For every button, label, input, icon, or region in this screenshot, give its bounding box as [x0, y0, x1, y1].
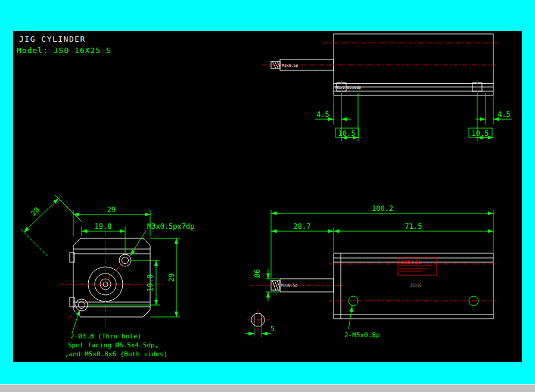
side-view-centerlines	[247, 264, 498, 331]
dim-height-right: 29	[167, 273, 176, 282]
page-title: JIG CYLINDER	[19, 35, 86, 43]
part-number-label: JSO16	[410, 283, 422, 288]
bottom-bar	[0, 384, 535, 392]
dim-hole-spacing-right: 19.8	[146, 275, 154, 292]
spot-facing-note-2: ,and M5x0.8x6 (Both sides)	[65, 350, 167, 358]
dim-left-offset: 4.5	[316, 110, 329, 119]
front-view-dimensions: 29 19.8 28 19.8 29	[20, 195, 194, 358]
dim-body: 71.5	[405, 222, 422, 231]
model-label: Model: JSO 16X25-S	[17, 46, 111, 55]
dim-width-top: 29	[107, 206, 116, 214]
mounting-note: 2-M5x0.8p	[344, 331, 380, 339]
dim-across-corners: 28	[29, 206, 41, 217]
brand-label: CHELIC	[398, 257, 437, 275]
drawing-viewport[interactable]: JIG CYLINDER Model: JSO 16X25-S	[13, 31, 522, 362]
top-view-dimensions: 4.5 10.5 4.5 10.5	[315, 93, 512, 141]
brand-name: CHELIC	[400, 259, 422, 265]
dim-hole-spacing-top: 19.8	[95, 222, 112, 231]
spot-facing-note-1: Spot facing Ø6.5x4.5dp,	[68, 341, 158, 349]
dim-right-offset: 4.5	[497, 110, 511, 119]
side-rod-thread-label: M3x0.5p	[281, 283, 297, 288]
cad-window: JIG CYLINDER Model: JSO 16X25-S	[0, 0, 535, 392]
dim-overall: 100.2	[372, 204, 393, 213]
thread-note: M3x0.5px7dp	[147, 222, 194, 231]
rod-thread-label: M3x0.5p	[282, 63, 298, 68]
top-view-centerlines	[262, 43, 497, 94]
rod-diameter-label: Ø6	[253, 269, 262, 278]
dim-left-spacing: 10.5	[338, 129, 356, 138]
dim-right-spacing: 10.5	[472, 129, 489, 138]
screw-note-label: M5x0.8px6dp	[335, 85, 361, 90]
dim-rod-section: 28.7	[294, 222, 311, 231]
thru-hole-note: 2-Ø3.8 (Thru-hole)	[70, 332, 141, 340]
across-flats-label: 5	[270, 325, 275, 333]
side-view-outline	[271, 253, 493, 319]
cad-drawing: JIG CYLINDER Model: JSO 16X25-S	[13, 31, 522, 362]
